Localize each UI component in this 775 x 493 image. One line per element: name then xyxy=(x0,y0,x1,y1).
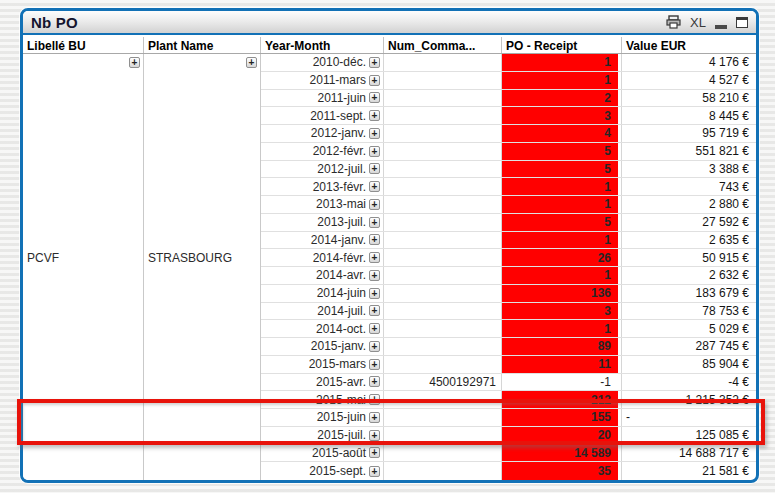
year-month-cell[interactable]: 2014-janv.+ xyxy=(261,232,384,249)
year-month-cell[interactable]: 2015-juil.+ xyxy=(261,427,384,444)
num-commande-cell[interactable] xyxy=(384,303,502,320)
po-receipt-cell[interactable]: 5 xyxy=(502,161,622,178)
year-month-cell[interactable]: 2011-mars+ xyxy=(261,72,384,89)
expand-month-icon[interactable]: + xyxy=(369,359,380,370)
expand-month-icon[interactable]: + xyxy=(369,447,380,458)
num-commande-cell[interactable] xyxy=(384,232,502,249)
value-eur-cell[interactable]: 551 821 € xyxy=(622,143,755,160)
year-month-cell[interactable]: 2010-déc.+ xyxy=(261,54,384,71)
expand-month-icon[interactable]: + xyxy=(369,323,380,334)
year-month-cell[interactable]: 2015-mai+ xyxy=(261,391,384,408)
year-month-cell[interactable]: 2013-mai+ xyxy=(261,196,384,213)
plant-name-cell[interactable]: + STRASBOURG xyxy=(144,54,261,480)
expand-month-icon[interactable]: + xyxy=(369,199,380,210)
year-month-cell[interactable]: 2014-févr.+ xyxy=(261,249,384,266)
value-eur-cell[interactable]: 78 753 € xyxy=(622,303,755,320)
year-month-cell[interactable]: 2013-févr.+ xyxy=(261,178,384,195)
window-caption-bar[interactable]: Nb PO XL xyxy=(23,11,756,35)
num-commande-cell[interactable] xyxy=(384,72,502,89)
header-num-commande[interactable]: Num_Comma... xyxy=(384,37,502,53)
expand-month-icon[interactable]: + xyxy=(369,217,380,228)
po-receipt-cell[interactable]: 5 xyxy=(502,143,622,160)
num-commande-cell[interactable] xyxy=(384,125,502,142)
expand-month-icon[interactable]: + xyxy=(369,234,380,245)
value-eur-cell[interactable]: 125 085 € xyxy=(622,427,755,444)
expand-month-icon[interactable]: + xyxy=(369,92,380,103)
num-commande-cell[interactable] xyxy=(384,320,502,337)
header-year-month[interactable]: Year-Month xyxy=(261,37,384,53)
num-commande-cell[interactable] xyxy=(384,356,502,373)
po-receipt-cell[interactable]: 4 xyxy=(502,125,622,142)
value-eur-cell[interactable]: 287 745 € xyxy=(622,338,755,355)
expand-month-icon[interactable]: + xyxy=(369,394,380,405)
num-commande-cell[interactable] xyxy=(384,90,502,107)
year-month-cell[interactable]: 2012-févr.+ xyxy=(261,143,384,160)
value-eur-cell[interactable]: 2 635 € xyxy=(622,232,755,249)
year-month-cell[interactable]: 2015-sept.+ xyxy=(261,462,384,480)
po-receipt-cell[interactable]: 2 xyxy=(502,90,622,107)
value-eur-cell[interactable]: 50 915 € xyxy=(622,249,755,266)
po-receipt-cell[interactable]: 136 xyxy=(502,285,622,302)
expand-month-icon[interactable]: + xyxy=(369,128,380,139)
num-commande-cell[interactable] xyxy=(384,54,502,71)
value-eur-cell[interactable]: 95 719 € xyxy=(622,125,755,142)
year-month-cell[interactable]: 2014-avr.+ xyxy=(261,267,384,284)
expand-month-icon[interactable]: + xyxy=(369,305,380,316)
minimize-icon[interactable] xyxy=(715,16,727,29)
num-commande-cell[interactable] xyxy=(384,161,502,178)
expand-month-icon[interactable]: + xyxy=(369,288,380,299)
print-icon[interactable] xyxy=(666,15,681,29)
year-month-cell[interactable]: 2012-juil.+ xyxy=(261,161,384,178)
year-month-cell[interactable]: 2015-mars+ xyxy=(261,356,384,373)
year-month-cell[interactable]: 2015-avr.+ xyxy=(261,374,384,391)
expand-month-icon[interactable]: + xyxy=(369,75,380,86)
expand-month-icon[interactable]: + xyxy=(369,430,380,441)
year-month-cell[interactable]: 2015-juin+ xyxy=(261,409,384,426)
po-receipt-cell[interactable]: 212 xyxy=(502,391,622,408)
maximize-icon[interactable] xyxy=(736,17,748,28)
value-eur-cell[interactable]: 27 592 € xyxy=(622,214,755,231)
num-commande-cell[interactable] xyxy=(384,427,502,444)
expand-month-icon[interactable]: + xyxy=(369,412,380,423)
value-eur-cell[interactable]: 58 210 € xyxy=(622,90,755,107)
value-eur-cell[interactable]: 743 € xyxy=(622,178,755,195)
year-month-cell[interactable]: 2015-janv.+ xyxy=(261,338,384,355)
value-eur-cell[interactable]: 183 679 € xyxy=(622,285,755,302)
year-month-cell[interactable]: 2012-janv.+ xyxy=(261,125,384,142)
header-plant-name[interactable]: Plant Name xyxy=(144,37,261,53)
num-commande-cell[interactable] xyxy=(384,267,502,284)
value-eur-cell[interactable]: 14 688 717 € xyxy=(622,445,755,462)
value-eur-cell[interactable]: 5 029 € xyxy=(622,320,755,337)
num-commande-cell[interactable] xyxy=(384,214,502,231)
header-value-eur[interactable]: Value EUR xyxy=(622,37,755,53)
value-eur-cell[interactable]: 4 176 € xyxy=(622,54,755,71)
year-month-cell[interactable]: 2011-sept.+ xyxy=(261,107,384,124)
year-month-cell[interactable]: 2014-juil.+ xyxy=(261,303,384,320)
expand-month-icon[interactable]: + xyxy=(369,110,380,121)
value-eur-cell[interactable]: 3 388 € xyxy=(622,161,755,178)
num-commande-cell[interactable] xyxy=(384,391,502,408)
expand-month-icon[interactable]: + xyxy=(369,270,380,281)
value-eur-cell[interactable]: 4 527 € xyxy=(622,72,755,89)
num-commande-cell[interactable] xyxy=(384,462,502,480)
num-commande-cell[interactable] xyxy=(384,107,502,124)
export-excel-icon[interactable]: XL xyxy=(690,15,706,30)
value-eur-cell[interactable]: 1 215 352 € xyxy=(622,391,755,408)
header-libelle-bu[interactable]: Libellé BU xyxy=(23,37,144,53)
num-commande-cell[interactable] xyxy=(384,338,502,355)
expand-month-icon[interactable]: + xyxy=(369,341,380,352)
value-eur-cell[interactable]: - xyxy=(622,409,755,426)
po-receipt-cell[interactable]: 1 xyxy=(502,72,622,89)
value-eur-cell[interactable]: 85 904 € xyxy=(622,356,755,373)
libelle-bu-cell[interactable]: + PCVF xyxy=(23,54,144,480)
value-eur-cell[interactable]: 2 880 € xyxy=(622,196,755,213)
po-receipt-cell[interactable]: 11 xyxy=(502,356,622,373)
po-receipt-cell[interactable]: 26 xyxy=(502,249,622,266)
expand-month-icon[interactable]: + xyxy=(369,146,380,157)
header-po-receipt[interactable]: PO - Receipt xyxy=(502,37,622,53)
value-eur-cell[interactable]: -4 € xyxy=(622,374,755,391)
po-receipt-cell[interactable]: 1 xyxy=(502,232,622,249)
year-month-cell[interactable]: 2014-oct.+ xyxy=(261,320,384,337)
expand-month-icon[interactable]: + xyxy=(369,181,380,192)
expand-month-icon[interactable]: + xyxy=(369,163,380,174)
